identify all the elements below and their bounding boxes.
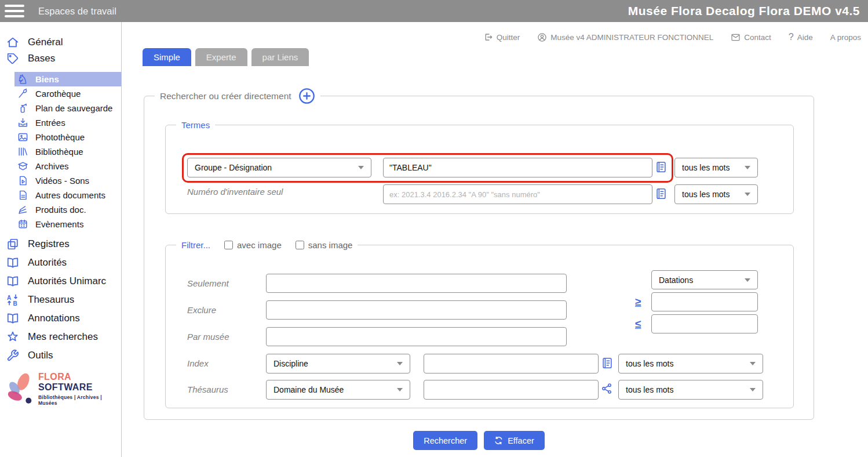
chevron-down-icon [745,166,750,169]
thesaurus-tree-icon[interactable] [601,382,614,396]
help-link[interactable]: ? Aide [789,32,813,42]
open-book-icon [5,311,20,326]
sidebar-item-label: Archives [35,161,69,171]
sidebar-item-label: Annotations [28,313,80,324]
inventory-number-input[interactable] [383,184,652,204]
sidebar-item-thesaurus[interactable]: AB Thesaurus [0,291,121,309]
by-museum-input[interactable] [266,327,567,346]
contact-link[interactable]: Contact [731,33,771,42]
sidebar-item-label: Autorités [28,257,67,269]
mail-icon [731,33,741,42]
image-icon [16,131,29,144]
datations-select[interactable]: Datations [651,270,758,289]
about-link[interactable]: A propos [830,33,861,42]
chevron-down-icon [397,362,403,365]
workspace-label[interactable]: Espaces de travail [38,6,116,17]
sidebar-item-archives[interactable]: Archives [14,159,121,173]
search-button[interactable]: Rechercher [413,431,477,450]
sidebar-item-registres[interactable]: Registres [0,235,121,253]
index-lookup-icon[interactable] [655,160,668,174]
archive-box-icon [16,160,29,173]
svg-text:A: A [7,295,12,301]
only-input[interactable] [266,274,567,293]
chevron-down-icon [358,166,364,169]
logo-tagline: Bibliothèques | Archives | Musées [38,394,119,406]
thesaurus-field-select[interactable]: Domaine du Musée [266,380,410,400]
tab-par-liens[interactable]: par Liens [251,48,309,66]
sidebar-item-carotheque[interactable]: Carothèque [14,86,121,101]
sidebar-item-evenements[interactable]: Evènements [14,217,121,231]
only-label: Seulement [187,278,229,288]
statue-icon: ♘ [16,73,29,86]
sidebar-item-autorites[interactable]: Autorités [0,253,121,272]
sidebar-item-label: Entrées [35,118,65,128]
sidebar-item-general[interactable]: Général [0,34,121,50]
sidebar-item-label: Photothèque [35,132,85,142]
sidebar-item-entrees[interactable]: Entrées [14,115,121,130]
index-match-mode-select[interactable]: tous les mots [618,354,763,373]
library-icon [16,146,29,158]
sidebar-item-videos-sons[interactable]: Vidéos - Sons [14,173,121,188]
sidebar-item-label: Produits doc. [35,205,86,215]
sidebar-item-biens[interactable]: ♘ Biens [14,72,121,86]
registers-icon [5,237,20,252]
index-lookup-icon[interactable] [601,356,614,370]
sidebar-item-plan-de-sauvegarde[interactable]: Plan de sauvegarde [14,101,121,115]
date-from-input[interactable] [651,292,758,311]
add-record-icon[interactable] [298,88,315,104]
filter-label[interactable]: Filtrer... [181,240,210,250]
form-actions: Rechercher Effacer [144,431,814,450]
tab-simple[interactable]: Simple [143,48,191,66]
term-match-mode-select[interactable]: tous les mots [674,158,758,177]
term-field-select[interactable]: Groupe - Désignation [187,158,371,177]
header-links: Quitter Musée v4 ADMINISTRATEUR FONCTION… [484,32,861,42]
exclude-input[interactable] [266,300,567,320]
menu-hamburger-icon[interactable] [5,5,24,17]
date-to-input[interactable] [651,314,758,333]
sidebar-item-label: Autres documents [35,190,105,200]
index-value-input[interactable] [424,354,599,373]
quit-link[interactable]: Quitter [484,32,520,42]
inventory-match-mode-select[interactable]: tous les mots [674,184,758,204]
user-account[interactable]: Musée v4 ADMINISTRATEUR FONCTIONNEL [537,32,713,42]
sidebar-item-autorites-unimarc[interactable]: Autorités Unimarc [0,272,121,291]
sidebar-item-label: Thesaurus [28,294,74,306]
sidebar-item-outils[interactable]: Outils [0,346,121,365]
with-image-checkbox-row: avec image [224,240,282,250]
greater-equal-link[interactable]: ≥ [635,296,641,309]
with-image-checkbox[interactable] [224,241,233,249]
sidebar-item-autres-documents[interactable]: Autres documents [14,188,121,202]
index-field-select[interactable]: Discipline [266,354,410,373]
main-content: Quitter Musée v4 ADMINISTRATEUR FONCTION… [122,22,868,457]
without-image-checkbox[interactable] [296,241,304,249]
pages-fan-icon [16,204,29,216]
sidebar-item-label: Bases [28,53,55,64]
svg-text:B: B [13,300,17,306]
exclude-label: Exclure [187,305,216,315]
sidebar: Général Bases ♘ Biens Carothèque Plan de… [0,22,122,457]
index-lookup-icon[interactable] [655,187,668,201]
sidebar-item-label: Mes recherches [28,331,98,343]
clear-button[interactable]: Effacer [484,431,545,450]
sidebar-item-bases[interactable]: Bases [0,50,121,67]
term-value-input[interactable] [383,158,652,177]
tag-icon [5,51,20,66]
thesaurus-value-input[interactable] [424,380,599,400]
termes-fieldset: Termes Groupe - Désignation tous les mot… [165,120,794,214]
tab-experte[interactable]: Experte [195,48,247,66]
sidebar-item-annotations[interactable]: Annotations [0,309,121,328]
sidebar-item-label: Carothèque [35,89,81,99]
by-museum-label: Par musée [187,332,229,342]
sidebar-item-mes-recherches[interactable]: Mes recherches [0,328,121,346]
sidebar-item-produits-doc[interactable]: Produits doc. [14,202,121,217]
sidebar-item-phototheque[interactable]: Photothèque [14,130,121,144]
document-icon [16,189,29,202]
less-equal-link[interactable]: ≤ [635,318,641,331]
thesaurus-match-mode-select[interactable]: tous les mots [618,380,763,400]
sidebar-item-bibliotheque[interactable]: Bibliothèque [14,144,121,159]
open-book-icon [5,274,20,289]
flora-flower-icon [3,370,36,407]
star-icon [5,329,20,344]
sidebar-item-label: Plan de sauvegarde [35,103,112,113]
logo-brand-flora: FLORA [38,372,71,382]
